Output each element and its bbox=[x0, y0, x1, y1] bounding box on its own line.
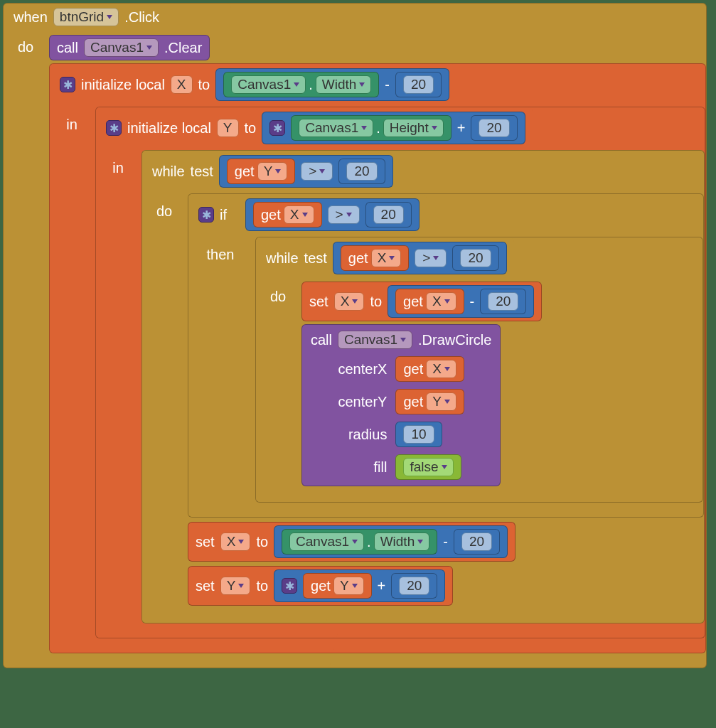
var-y-name[interactable]: Y bbox=[217, 119, 239, 137]
number-literal[interactable]: 20 bbox=[454, 529, 500, 555]
component-width-getter[interactable]: Canvas1 . Width bbox=[223, 72, 379, 97]
while-outer-block[interactable]: while test get Y > 20 bbox=[141, 150, 705, 623]
number-literal[interactable]: 20 bbox=[391, 573, 437, 599]
while-keyword: while bbox=[266, 250, 299, 267]
number-value[interactable]: 10 bbox=[403, 425, 434, 444]
var-dropdown[interactable]: X bbox=[426, 360, 456, 378]
component-dropdown[interactable]: Canvas1 bbox=[231, 75, 306, 94]
number-literal[interactable]: 10 bbox=[395, 422, 442, 447]
set-x-reset[interactable]: set X to Canvas1 . Width bbox=[188, 522, 515, 562]
do-keyword: do bbox=[8, 39, 43, 55]
component-width-getter[interactable]: Canvas1 . Width bbox=[282, 529, 437, 555]
set-y-increment[interactable]: set Y to ✱ get Y + bbox=[188, 566, 453, 606]
if-keyword: if bbox=[220, 207, 227, 223]
test-keyword: test bbox=[304, 250, 327, 267]
init-local-x-block[interactable]: ✱ initialize local X to Canvas1 . Width … bbox=[49, 63, 706, 653]
var-x-name[interactable]: X bbox=[171, 75, 193, 94]
boolean-dropdown[interactable]: false bbox=[403, 458, 453, 476]
test-keyword: test bbox=[191, 164, 213, 180]
init-local-y-block[interactable]: ✱ initialize local Y to ✱ Canvas1 . Heig… bbox=[95, 107, 705, 638]
var-dropdown[interactable]: X bbox=[220, 532, 251, 551]
get-y-block[interactable]: get Y bbox=[303, 573, 372, 599]
compare-block[interactable]: get X > 20 bbox=[245, 198, 420, 231]
var-dropdown[interactable]: X bbox=[426, 292, 456, 311]
number-value[interactable]: 20 bbox=[461, 532, 492, 551]
do-keyword: do bbox=[146, 203, 182, 220]
number-literal[interactable]: 20 bbox=[452, 245, 498, 271]
while-keyword: while bbox=[152, 164, 185, 180]
get-x-block[interactable]: get X bbox=[395, 356, 464, 382]
method-clear: .Clear bbox=[164, 40, 202, 56]
get-x-block[interactable]: get X bbox=[253, 202, 322, 228]
while-inner-block[interactable]: while test get X bbox=[255, 237, 703, 503]
number-literal[interactable]: 20 bbox=[365, 202, 412, 228]
number-literal[interactable]: 20 bbox=[338, 159, 385, 184]
component-dropdown[interactable]: Canvas1 bbox=[338, 331, 412, 349]
number-literal[interactable]: 20 bbox=[471, 115, 517, 141]
call-keyword: call bbox=[57, 40, 78, 56]
call-clear-block[interactable]: call Canvas1 .Clear bbox=[49, 35, 210, 60]
math-add-block[interactable]: ✱ Canvas1 . Height + 20 bbox=[262, 112, 525, 144]
gear-icon[interactable]: ✱ bbox=[198, 207, 214, 223]
compare-block[interactable]: get Y > 20 bbox=[219, 155, 393, 188]
var-dropdown[interactable]: Y bbox=[426, 392, 456, 411]
component-dropdown-canvas1[interactable]: Canvas1 bbox=[84, 38, 159, 57]
call-drawcircle-block[interactable]: call Canvas1 .DrawCircle centerX bbox=[301, 324, 501, 486]
gear-icon[interactable]: ✱ bbox=[269, 120, 285, 136]
component-dropdown[interactable]: Canvas1 bbox=[299, 119, 373, 137]
math-subtract-block[interactable]: get X - 20 bbox=[388, 285, 534, 318]
gear-icon[interactable]: ✱ bbox=[106, 120, 122, 136]
component-dropdown-btngrid[interactable]: btnGrid bbox=[53, 8, 119, 26]
number-value[interactable]: 20 bbox=[399, 577, 429, 595]
get-x-block[interactable]: get X bbox=[395, 289, 464, 314]
number-value[interactable]: 20 bbox=[460, 249, 491, 267]
number-value[interactable]: 20 bbox=[403, 75, 434, 94]
get-y-block[interactable]: get Y bbox=[227, 159, 296, 184]
event-handler-label: .Click bbox=[124, 9, 159, 26]
var-dropdown[interactable]: X bbox=[284, 205, 314, 224]
set-x-decrement[interactable]: set X to get X bbox=[301, 282, 542, 321]
number-literal[interactable]: 20 bbox=[480, 289, 526, 314]
compare-op-dropdown[interactable]: > bbox=[328, 205, 360, 224]
number-value[interactable]: 20 bbox=[479, 119, 509, 137]
number-literal[interactable]: 20 bbox=[395, 72, 442, 97]
do-keyword: do bbox=[260, 289, 296, 305]
property-dropdown[interactable]: Width bbox=[374, 532, 430, 551]
number-value[interactable]: 20 bbox=[346, 162, 377, 181]
initialize-local-keyword: initialize local bbox=[81, 77, 165, 93]
var-dropdown[interactable]: X bbox=[371, 249, 402, 267]
property-dropdown[interactable]: Height bbox=[383, 119, 444, 137]
math-add-block[interactable]: ✱ get Y + 20 bbox=[274, 569, 445, 602]
component-dropdown[interactable]: Canvas1 bbox=[289, 532, 364, 551]
number-value[interactable]: 20 bbox=[373, 205, 404, 224]
param-centery-label: centerY bbox=[311, 394, 387, 410]
in-keyword: in bbox=[100, 160, 136, 176]
compare-op-dropdown[interactable]: > bbox=[301, 162, 333, 181]
number-value[interactable]: 20 bbox=[488, 292, 518, 311]
operator: + bbox=[378, 578, 386, 594]
math-subtract-block[interactable]: Canvas1 . Width - 20 bbox=[215, 68, 449, 101]
var-dropdown[interactable]: Y bbox=[220, 577, 251, 595]
gear-icon[interactable]: ✱ bbox=[282, 578, 297, 594]
property-dropdown[interactable]: Width bbox=[316, 75, 372, 94]
compare-block[interactable]: get X > 20 bbox=[333, 242, 507, 274]
component-height-getter[interactable]: Canvas1 . Height bbox=[291, 115, 451, 141]
var-dropdown[interactable]: Y bbox=[333, 577, 364, 595]
gear-icon[interactable]: ✱ bbox=[60, 77, 75, 92]
var-dropdown[interactable]: Y bbox=[257, 162, 288, 181]
compare-op-dropdown[interactable]: > bbox=[415, 249, 447, 267]
operator: - bbox=[470, 294, 475, 310]
param-fill-label: fill bbox=[311, 459, 387, 476]
to-keyword: to bbox=[198, 77, 210, 93]
boolean-literal[interactable]: false bbox=[395, 454, 461, 480]
var-dropdown[interactable]: X bbox=[334, 292, 365, 311]
get-x-block[interactable]: get X bbox=[341, 245, 410, 271]
get-y-block[interactable]: get Y bbox=[395, 389, 464, 414]
if-block[interactable]: ✱ if get X > bbox=[188, 193, 704, 518]
event-when-block[interactable]: when btnGrid .Click do call Canvas1 .Cle… bbox=[3, 3, 707, 668]
operator: + bbox=[457, 120, 466, 136]
math-subtract-block[interactable]: Canvas1 . Width - 20 bbox=[274, 525, 508, 558]
operator: - bbox=[385, 77, 390, 93]
operator: - bbox=[443, 534, 448, 550]
in-keyword: in bbox=[54, 117, 90, 133]
